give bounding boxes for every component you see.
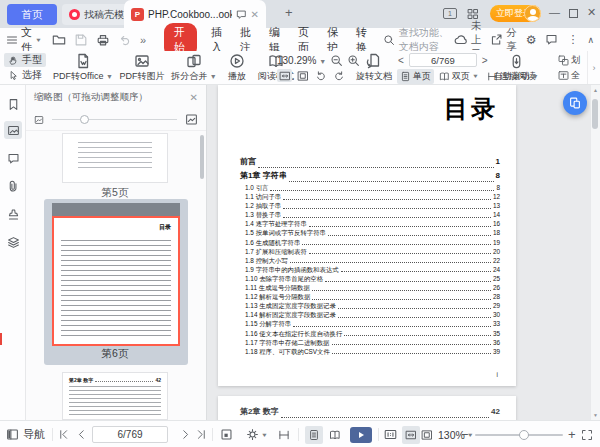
- minimize-button[interactable]: —: [549, 6, 560, 18]
- fit-page-button[interactable]: [295, 69, 310, 82]
- last-page-button[interactable]: [196, 421, 207, 447]
- settings-gear-icon[interactable]: ⚙: [526, 33, 537, 47]
- thumbnail-page6-label: 第6页: [62, 347, 168, 361]
- fullscreen-button[interactable]: [581, 421, 593, 447]
- menu-tab-edit[interactable]: 编辑: [269, 25, 282, 55]
- menu-tab-convert[interactable]: 转换: [356, 25, 369, 55]
- thumbnails-panel-icon[interactable]: [4, 121, 22, 139]
- status-bar: 导航 6/769 ▼ 130%▼ − +: [0, 420, 600, 447]
- next-page-button-status[interactable]: [180, 421, 191, 447]
- zoom-slider[interactable]: [475, 434, 563, 436]
- more-quick-icons[interactable]: »: [140, 34, 146, 46]
- single-page-view-button[interactable]: [305, 421, 323, 447]
- document-viewport: 目录 前言1 第1章 字符串8 1.0 引言8 1.1 访问子串12 1.2 抽…: [207, 85, 600, 420]
- feedback-icon[interactable]: [545, 33, 558, 46]
- single-page-mode-button[interactable]: 单页: [397, 69, 434, 84]
- menu-tab-page[interactable]: 页面: [298, 25, 311, 55]
- word-translate-button[interactable]: 划: [556, 53, 582, 67]
- pdf-to-office-button[interactable]: PDF转Office ▼: [52, 52, 114, 84]
- double-page-mode-button[interactable]: 双页▼: [436, 69, 482, 84]
- play-button[interactable]: [350, 421, 372, 447]
- page-indicator-input[interactable]: 6/769: [409, 53, 477, 67]
- file-menu[interactable]: 文件▼: [6, 25, 42, 55]
- menu-tab-protect[interactable]: 保护: [327, 25, 340, 55]
- eye-protection-button[interactable]: ▼: [246, 421, 268, 447]
- print-icon[interactable]: [96, 33, 110, 47]
- thumbnail-page6-selected[interactable]: 目录: [44, 199, 188, 365]
- page-folio: i: [497, 371, 498, 378]
- scroll-up-icon[interactable]: ▲: [593, 87, 598, 93]
- double-page-view-button[interactable]: [326, 421, 344, 447]
- save-icon[interactable]: [74, 33, 88, 47]
- close-panel-icon[interactable]: ✕: [190, 92, 198, 103]
- single-window-icon[interactable]: 1: [443, 8, 457, 19]
- locate-page-button[interactable]: [220, 421, 233, 447]
- prev-page-button[interactable]: <: [398, 55, 404, 66]
- thumb-size-small-icon[interactable]: [34, 115, 44, 125]
- document-tab-title: PHP.Cookboo...ookmark.pdf: [148, 9, 232, 20]
- full-translate-button[interactable]: 全: [556, 68, 582, 82]
- toc-entry: 第2章 数字42: [240, 405, 500, 419]
- first-page-button[interactable]: [58, 421, 69, 447]
- page-number-input[interactable]: 6/769: [92, 421, 168, 447]
- rotate-right-icon[interactable]: [331, 69, 346, 82]
- slider-knob[interactable]: [80, 115, 89, 124]
- zoom-slider-knob[interactable]: [519, 430, 529, 440]
- zoom-level-dropdown[interactable]: 130.29% ▼: [277, 55, 326, 66]
- scroll-down-icon[interactable]: ▼: [593, 412, 598, 418]
- play-slideshow-button[interactable]: 播放: [222, 52, 252, 84]
- tab-comment-icon[interactable]: [236, 9, 247, 20]
- bookmarks-panel-icon[interactable]: [4, 95, 22, 113]
- navigation-toggle[interactable]: 导航: [6, 421, 45, 447]
- continuous-mode-icon[interactable]: [278, 421, 290, 447]
- thumbnail-page7[interactable]: 第2章 数字42: [62, 372, 168, 420]
- toolbar-expander[interactable]: ›: [587, 51, 600, 84]
- more-menu-icon[interactable]: ⋮: [567, 33, 578, 46]
- actual-size-button[interactable]: [384, 421, 397, 447]
- rotate-left-icon[interactable]: [313, 69, 328, 82]
- comments-panel-icon[interactable]: [4, 149, 22, 167]
- convert-floating-button[interactable]: [563, 91, 587, 115]
- toc-entry: 1.11 生成逗号分隔数据26: [240, 283, 500, 292]
- thumb-size-slider[interactable]: [52, 119, 177, 120]
- menu-tab-annotate[interactable]: 批注: [240, 25, 253, 55]
- tab-home[interactable]: 首页: [7, 4, 57, 25]
- scrollbar-thumb[interactable]: [592, 99, 598, 129]
- thumb-size-large-icon[interactable]: [185, 113, 198, 126]
- layers-panel-icon[interactable]: [4, 233, 22, 251]
- zoom-plus-button[interactable]: +: [568, 421, 576, 447]
- cloud-icon: [454, 33, 468, 47]
- search-input[interactable]: 查找功能、文档内容: [383, 26, 454, 54]
- thumbnail-page5[interactable]: [62, 133, 168, 183]
- rotate-document-button[interactable]: 旋转文档: [352, 52, 396, 84]
- pdf-to-image-button[interactable]: PDF转图片: [116, 52, 168, 84]
- split-merge-button[interactable]: 拆分合并 ▼: [170, 52, 218, 84]
- template-logo-icon: [69, 9, 80, 20]
- maximize-button[interactable]: [569, 9, 578, 18]
- share-button[interactable]: 分享: [490, 26, 517, 54]
- signature-panel-icon[interactable]: [4, 205, 22, 223]
- fit-page-status-button[interactable]: [421, 421, 433, 447]
- fit-width-status-button[interactable]: [402, 421, 420, 447]
- menu-tab-insert[interactable]: 插入: [211, 25, 224, 55]
- auto-scroll-button[interactable]: 自动滚动 ▼: [496, 52, 536, 84]
- zoom-minus-button[interactable]: −: [461, 421, 469, 447]
- fit-width-button[interactable]: [277, 69, 292, 82]
- close-window-button[interactable]: ✕: [587, 6, 596, 19]
- auto-scroll-icon: [509, 54, 524, 69]
- attachments-panel-icon[interactable]: [4, 177, 22, 195]
- toc-entry: 1.9 字符串中的内插函数和表达式24: [240, 265, 500, 274]
- previous-page-button[interactable]: [76, 421, 87, 447]
- open-folder-icon[interactable]: [52, 33, 66, 47]
- undo-icon[interactable]: [118, 33, 132, 47]
- collapse-ribbon-icon[interactable]: ∧: [587, 35, 594, 45]
- new-tab-button[interactable]: +: [285, 5, 293, 20]
- vertical-scrollbar[interactable]: ▲ ▼: [590, 85, 600, 420]
- zoom-out-icon[interactable]: [330, 54, 343, 67]
- next-page-button[interactable]: >: [482, 55, 488, 66]
- hand-tool-button[interactable]: 手型: [4, 53, 46, 67]
- tab-close-icon[interactable]: ✕: [251, 9, 259, 20]
- panel-scrollbar[interactable]: [200, 135, 204, 179]
- document-toc-title: 目录: [444, 93, 498, 125]
- select-tool-button[interactable]: 选择: [4, 68, 46, 82]
